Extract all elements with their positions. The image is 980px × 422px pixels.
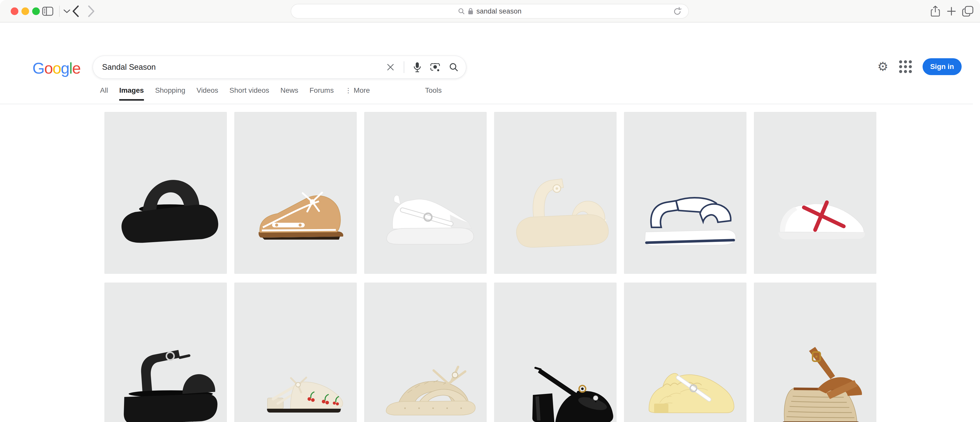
mic-icon[interactable] [414, 62, 421, 72]
image-result-11[interactable] [624, 283, 746, 422]
url-text: sandal season [476, 7, 522, 15]
google-logo-letter: e [72, 59, 80, 77]
product-photo-illustration [494, 112, 617, 274]
search-query-text: Sandal Season [93, 62, 156, 72]
image-result-1[interactable] [104, 112, 227, 274]
sidebar-toggle-icon[interactable] [42, 0, 54, 22]
tab-news[interactable]: News [280, 86, 298, 99]
tabs-divider [0, 104, 973, 104]
search-icon[interactable] [449, 62, 458, 72]
window-zoom-button[interactable] [32, 7, 40, 15]
image-result-2[interactable] [234, 112, 357, 274]
tab-label: Forums [310, 86, 334, 94]
google-logo-letter: o [52, 59, 61, 77]
product-photo-illustration [234, 283, 357, 422]
google-logo-letter: G [32, 59, 44, 77]
tab-videos[interactable]: Videos [197, 86, 218, 99]
tab-tools[interactable]: Tools [425, 86, 442, 99]
google-logo-letter: l [69, 59, 72, 77]
new-tab-icon[interactable] [945, 0, 958, 22]
product-photo-illustration [494, 283, 617, 422]
image-result-7[interactable] [104, 283, 227, 422]
tab-label: More [354, 86, 370, 94]
tab-all[interactable]: All [100, 86, 108, 99]
product-photo-illustration [104, 283, 227, 422]
lock-icon [468, 8, 473, 15]
google-images-page: Google Sandal Season [0, 23, 980, 422]
image-result-6[interactable] [754, 112, 877, 274]
window-close-button[interactable] [11, 7, 18, 15]
search-divider [404, 61, 404, 73]
product-photo-illustration [364, 283, 487, 422]
product-photo-illustration [624, 283, 746, 422]
tab-label: Videos [197, 86, 218, 94]
google-apps-icon[interactable] [899, 60, 912, 73]
tab-short-videos[interactable]: Short videos [229, 86, 269, 99]
share-icon[interactable] [929, 0, 942, 22]
tab-label: Shopping [155, 86, 185, 94]
browser-toolbar: sandal season [0, 0, 980, 22]
product-photo-illustration [624, 112, 746, 274]
tab-label: Tools [425, 86, 442, 94]
tab-more[interactable]: ⋮More [345, 86, 370, 99]
google-lens-icon[interactable] [430, 62, 440, 72]
image-result-3[interactable] [364, 112, 487, 274]
image-results-grid [104, 112, 877, 422]
clear-icon[interactable] [387, 63, 395, 71]
back-icon[interactable] [68, 0, 83, 22]
product-photo-illustration [104, 112, 227, 274]
address-bar[interactable]: sandal season [291, 4, 689, 19]
tab-images[interactable]: Images [119, 86, 144, 101]
results-tabs: AllImagesShoppingVideosShort videosNewsF… [100, 86, 442, 104]
toolbar-divider [59, 6, 60, 17]
google-logo[interactable]: Google [32, 60, 80, 77]
product-photo-illustration [754, 283, 877, 422]
product-photo-illustration [364, 112, 487, 274]
image-result-5[interactable] [624, 112, 746, 274]
image-result-12[interactable] [754, 283, 877, 422]
settings-gear-icon[interactable]: ⚙ [877, 61, 888, 73]
tab-label: Short videos [229, 86, 269, 94]
more-vertical-dots-icon: ⋮ [345, 87, 352, 94]
tab-label: News [280, 86, 298, 94]
image-result-10[interactable] [494, 283, 617, 422]
forward-icon[interactable] [84, 0, 99, 22]
product-photo-illustration [754, 112, 877, 274]
reload-icon[interactable] [673, 6, 682, 16]
tab-overview-icon[interactable] [961, 0, 975, 22]
tab-label: Images [119, 86, 144, 94]
image-result-8[interactable] [234, 283, 357, 422]
window-minimize-button[interactable] [21, 7, 29, 15]
google-logo-letter: g [61, 59, 69, 77]
google-logo-letter: o [44, 59, 52, 77]
sign-in-button[interactable]: Sign in [923, 58, 962, 75]
image-result-9[interactable] [364, 283, 487, 422]
url-search-icon [458, 8, 465, 14]
search-box[interactable]: Sandal Season [93, 56, 466, 79]
tab-label: All [100, 86, 108, 94]
product-photo-illustration [234, 112, 357, 274]
tab-forums[interactable]: Forums [310, 86, 334, 99]
image-result-4[interactable] [494, 112, 617, 274]
scrollbar-gutter[interactable] [973, 46, 980, 422]
tab-shopping[interactable]: Shopping [155, 86, 185, 99]
